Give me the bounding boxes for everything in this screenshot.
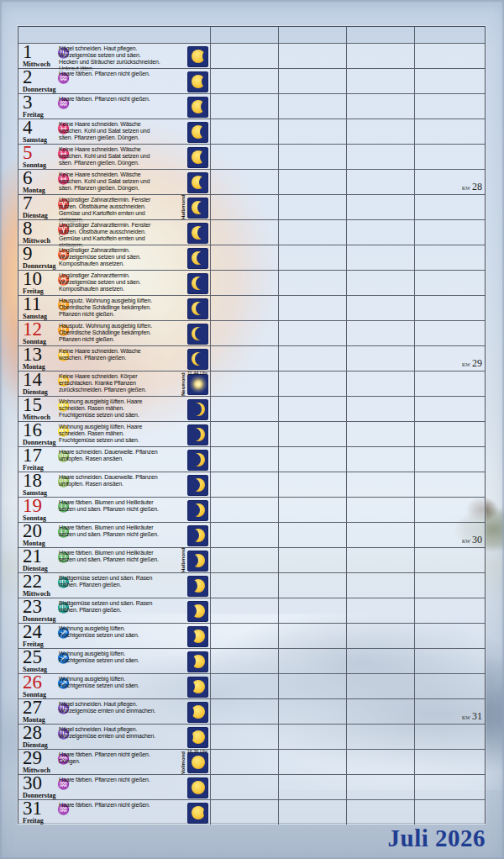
note-cell — [278, 170, 346, 194]
moon-phase-icon — [187, 450, 208, 471]
day-info-cell: 3 ♒ Freitag Haare färben. Pflanzen nicht… — [18, 94, 210, 119]
note-cell — [278, 674, 346, 698]
day-info-cell: 10 ♉ Freitag Ungünstiger Zahnarzttermin.… — [18, 271, 210, 295]
moon-shadow — [187, 453, 201, 466]
calendar-week-badge: KW29 — [462, 355, 482, 370]
note-cell — [210, 145, 278, 169]
moon-disc — [189, 375, 207, 393]
note-cell — [278, 94, 346, 119]
day-info-cell: 23 ♏ Donnerstag Blattgemüse setzen und s… — [18, 598, 210, 623]
note-cell — [346, 397, 414, 421]
day-row: 24 ♐ Freitag Wohnung ausgiebig lüften. F… — [18, 623, 485, 648]
header-day-cell — [18, 27, 210, 43]
moon-phase-icon — [187, 752, 208, 773]
day-advice-text: Wohnung ausgiebig lüften. Fruchtgemüse s… — [59, 651, 161, 664]
day-row: 20 ♎ Montag Haare färben. Blumen und Hei… — [18, 522, 485, 547]
kw-number: 31 — [472, 710, 482, 722]
note-cell — [346, 94, 414, 119]
note-cell — [346, 195, 414, 219]
day-number: 4 — [23, 117, 33, 138]
note-cell — [278, 372, 346, 396]
note-cell — [414, 598, 485, 623]
note-cell — [346, 170, 414, 194]
note-cell — [346, 523, 414, 547]
day-number: 16 — [23, 419, 42, 440]
note-cell — [414, 750, 485, 774]
day-row: 9 ♉ Donnerstag Ungünstiger Zahnarzttermi… — [18, 245, 485, 270]
moon-shadow — [205, 781, 209, 794]
calendar-week-badge: KW30 — [462, 531, 482, 546]
note-cell — [278, 725, 346, 749]
day-number: 30 — [23, 772, 42, 793]
note-cell — [210, 674, 278, 698]
moon-phase-icon — [187, 525, 208, 546]
day-info-cell: 25 ♐ Samstag Wohnung ausgiebig lüften. F… — [18, 649, 210, 673]
moon-shadow — [197, 251, 209, 265]
moon-shadow — [203, 806, 209, 819]
moon-phase-name-label: Halbmond — [181, 549, 186, 572]
day-number: 27 — [23, 697, 42, 718]
day-advice-text: Keine Haare schneiden. Wäsche waschen. P… — [59, 348, 161, 361]
header-note-cell — [414, 27, 485, 43]
moon-phase-icon — [187, 551, 208, 572]
day-info-cell: 11 ♊ Samstag Hausputz. Wohnung ausgiebig… — [18, 296, 210, 320]
day-number: 11 — [23, 293, 41, 314]
note-cell — [346, 775, 414, 799]
day-row: 14 ♋ Dienstag Keine Haare schneiden. Kör… — [18, 371, 485, 396]
note-cell — [414, 44, 485, 68]
day-info-cell: 12 ♊ Sonntag Hausputz. Wohnung ausgiebig… — [18, 321, 210, 345]
day-row: 12 ♊ Sonntag Hausputz. Wohnung ausgiebig… — [18, 320, 485, 345]
note-cell — [210, 472, 278, 497]
note-cell — [346, 220, 414, 245]
day-advice-text: Ungünstiger Zahnarzttermin. Wurzelgemüse… — [59, 272, 161, 292]
day-info-cell: 20 ♎ Montag Haare färben. Blumen und Hei… — [18, 523, 210, 547]
moon-phase-icon — [187, 677, 208, 698]
moon-phase-icon — [187, 500, 208, 521]
note-cell — [278, 573, 346, 598]
day-number: 8 — [23, 218, 33, 239]
note-cell — [414, 573, 485, 598]
day-info-cell: 16 ♌ Donnerstag Wohnung ausgiebig lüften… — [18, 422, 210, 446]
day-row: 6 ♓ Montag Keine Haare schneiden. Wäsche… — [18, 169, 485, 194]
note-cell — [210, 573, 278, 598]
day-row: 4 ♓ Samstag Keine Haare schneiden. Wäsch… — [18, 119, 485, 144]
note-cell — [346, 699, 414, 724]
day-info-cell: 6 ♓ Montag Keine Haare schneiden. Wäsche… — [18, 170, 210, 194]
kw-number: 29 — [472, 357, 482, 369]
day-row: 19 ♎ Sonntag Haare färben. Blumen und He… — [18, 497, 485, 522]
moon-shadow — [187, 478, 200, 492]
note-cell — [278, 422, 346, 446]
note-cell: KW31 — [414, 699, 485, 724]
note-cell — [278, 69, 346, 93]
note-cell — [278, 800, 346, 825]
moon-shadow — [197, 201, 209, 214]
day-number: 9 — [23, 243, 33, 264]
note-cell — [346, 145, 414, 169]
note-cell — [278, 598, 346, 623]
table-header-row — [18, 27, 485, 43]
day-number: 24 — [23, 621, 42, 642]
day-row: 23 ♏ Donnerstag Blattgemüse setzen und s… — [18, 598, 485, 623]
day-advice-text: Haare färben. Blumen und Heilkräuter set… — [59, 524, 161, 538]
day-info-cell: 7 ♈ Dienstag Ungünstiger Zahnarzttermin.… — [18, 195, 210, 219]
moon-phase-icon — [187, 626, 208, 647]
day-info-cell: 17 ♍ Freitag Haare schneiden. Dauerwelle… — [18, 447, 210, 472]
day-row: 5 ♓ Sonntag Keine Haare schneiden. Wäsch… — [18, 144, 485, 169]
day-info-cell: 19 ♎ Sonntag Haare färben. Blumen und He… — [18, 498, 210, 522]
note-cell — [210, 548, 278, 572]
day-advice-text: Keine Haare schneiden. Wäsche waschen. K… — [59, 121, 161, 141]
note-cell — [278, 498, 346, 522]
moon-shadow — [197, 226, 209, 240]
day-row: 3 ♒ Freitag Haare färben. Pflanzen nicht… — [18, 93, 485, 119]
day-number: 14 — [23, 369, 42, 390]
note-cell — [278, 296, 346, 320]
note-cell — [414, 397, 485, 421]
day-row: 31 ♒ Freitag Haare färben. Pflanzen nich… — [18, 799, 485, 825]
moon-shadow — [196, 277, 209, 290]
moon-shadow — [196, 302, 209, 315]
kw-number: 30 — [472, 534, 482, 545]
day-number: 29 — [23, 747, 42, 768]
note-cell — [414, 447, 485, 472]
moon-phase-icon — [187, 651, 208, 672]
moon-phase-icon — [187, 223, 208, 244]
